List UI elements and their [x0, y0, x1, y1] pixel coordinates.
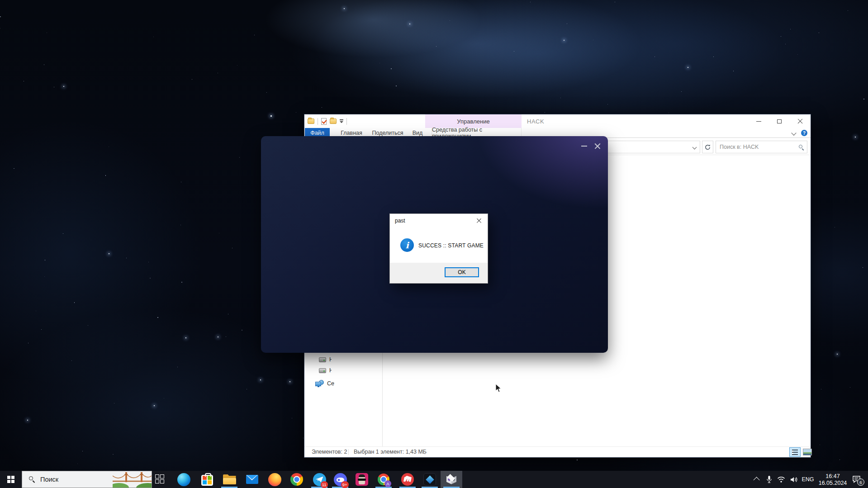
language-indicator: ENG	[802, 476, 814, 483]
edge-icon	[177, 473, 190, 486]
folder-icon[interactable]	[308, 118, 314, 124]
search-icon	[799, 145, 802, 148]
ok-button[interactable]: OK	[445, 267, 479, 277]
game-minimize-button[interactable]	[577, 140, 591, 152]
details-view-button[interactable]	[789, 447, 801, 457]
search-highlight-image	[113, 471, 152, 488]
message-dialog: past i SUCCES :: START GAME OK	[389, 213, 488, 284]
taskbar: Поиск	[0, 471, 868, 488]
separator	[346, 118, 347, 125]
explorer-titlebar: Управление HACK	[304, 114, 811, 128]
taskbar-app-telegram[interactable]: 11	[308, 471, 330, 488]
taskbar-app-store[interactable]	[196, 471, 218, 488]
help-button[interactable]: ?	[801, 130, 807, 136]
taskbar-app-chrome[interactable]	[286, 471, 308, 488]
file-explorer-icon	[223, 474, 236, 484]
maximize-button[interactable]	[769, 114, 790, 128]
minimize-button[interactable]	[748, 114, 769, 128]
thumbnails-view-button[interactable]	[803, 449, 812, 455]
mail-icon	[246, 475, 258, 484]
tray-overflow-button[interactable]	[752, 471, 763, 488]
discord-badge: 9+	[341, 481, 349, 488]
qat-customize-dropdown-icon[interactable]	[340, 119, 343, 123]
dialog-close-button[interactable]	[474, 216, 484, 225]
dialog-message: SUCCES :: START GAME	[418, 242, 484, 249]
discord-icon: 9+	[334, 473, 347, 486]
chrome-profile-badge: A	[384, 480, 391, 487]
chevron-up-icon	[754, 477, 760, 483]
close-button[interactable]	[790, 114, 811, 128]
taskbar-app-diamond[interactable]	[419, 471, 441, 488]
search-placeholder: Поиск	[40, 476, 58, 483]
refresh-button[interactable]	[702, 141, 713, 153]
speaker-icon	[790, 476, 798, 483]
separator	[425, 449, 425, 455]
clock-date: 16.05.2024	[819, 480, 847, 487]
desktop-wallpaper: Управление HACK Файл Главная Поделиться …	[0, 0, 868, 488]
info-icon: i	[400, 238, 414, 252]
game-close-button[interactable]	[591, 140, 604, 152]
tray-volume[interactable]	[788, 471, 800, 488]
minimize-icon	[756, 121, 761, 122]
separator	[348, 449, 349, 455]
close-icon	[595, 143, 601, 149]
taskbar-app-photo[interactable]	[351, 471, 373, 488]
details-view-icon	[792, 450, 798, 455]
taskbar-app-active-game[interactable]	[441, 471, 462, 488]
ribbon-expand-chevron-icon[interactable]	[791, 130, 796, 135]
selection-info: Выбран 1 элемент: 1,43 МБ	[354, 449, 427, 455]
taskbar-app-riot[interactable]	[397, 471, 418, 488]
properties-check-icon[interactable]	[321, 118, 327, 125]
dialog-title: past	[395, 218, 405, 224]
maximize-icon	[777, 119, 782, 123]
taskbar-app-discord[interactable]: 9+	[329, 471, 351, 488]
taskbar-app-mail[interactable]	[241, 471, 263, 488]
close-icon	[798, 119, 803, 124]
address-dropdown-chevron-icon[interactable]	[693, 145, 697, 150]
telegram-icon: 11	[313, 473, 326, 486]
status-bar: Элементов: 2 Выбран 1 элемент: 1,43 МБ	[304, 446, 811, 457]
contextual-tab-group: Управление	[425, 114, 522, 128]
taskbar-app-firefox[interactable]	[264, 471, 285, 488]
riot-games-icon	[401, 473, 414, 486]
drive-icon	[319, 357, 326, 362]
refresh-icon	[704, 144, 711, 151]
clock-time: 16:47	[825, 473, 840, 480]
minimize-icon	[581, 146, 587, 147]
network-icon	[315, 380, 324, 387]
close-icon	[477, 218, 482, 223]
sidebar-item-drive2[interactable]: Новый том	[319, 366, 332, 374]
tray-language[interactable]: ENG	[800, 471, 816, 488]
search-input[interactable]: Поиск в: HACK	[716, 141, 807, 153]
start-button[interactable]	[0, 471, 22, 488]
taskbar-app-file-explorer[interactable]	[218, 471, 240, 488]
chrome-icon: A	[378, 474, 389, 485]
dialog-footer: OK	[390, 263, 488, 283]
taskbar-app-chrome-profile[interactable]: A	[373, 471, 394, 488]
window-title: HACK	[527, 114, 544, 128]
quick-access-toolbar	[308, 114, 347, 128]
windows-logo-icon	[7, 476, 14, 483]
tray-microphone[interactable]	[764, 471, 774, 488]
mouse-cursor	[495, 384, 502, 393]
notification-count-badge: 6	[857, 479, 864, 486]
sidebar-item-network[interactable]: Сеть	[315, 379, 334, 388]
search-placeholder: Поиск в: HACK	[720, 144, 759, 150]
items-count: Элементов: 2	[312, 449, 347, 455]
tray-clock[interactable]: 16:47 16.05.2024	[816, 472, 849, 488]
photo-app-icon	[356, 473, 368, 486]
store-icon	[201, 475, 213, 486]
taskbar-search-box[interactable]: Поиск	[22, 471, 152, 488]
sidebar-item-drive1[interactable]: Новый том	[319, 355, 332, 364]
drive-icon	[319, 368, 326, 373]
taskbar-app-edge[interactable]	[173, 471, 194, 488]
search-icon	[29, 476, 33, 480]
diamond-app-icon	[423, 473, 436, 486]
telegram-badge: 11	[321, 481, 328, 488]
chrome-icon	[290, 473, 303, 486]
firefox-icon	[268, 473, 281, 486]
wifi-icon	[777, 476, 785, 483]
task-view-button[interactable]	[149, 471, 171, 488]
new-folder-icon[interactable]	[330, 118, 337, 124]
tray-network[interactable]	[775, 471, 787, 488]
